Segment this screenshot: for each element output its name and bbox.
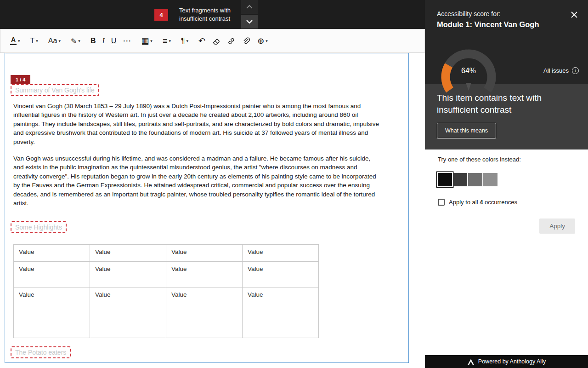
table-cell[interactable]: Value [14, 262, 90, 288]
highlight-color-icon: ✎ [71, 37, 77, 46]
table-cell[interactable]: Value [166, 245, 243, 262]
apply-button[interactable]: Apply [539, 218, 575, 234]
table-cell[interactable]: Value [90, 245, 166, 262]
apply-all-row[interactable]: Apply to all 4 occurrences [438, 199, 575, 206]
table-cell[interactable]: Value [14, 288, 90, 338]
caret-down-icon: ▾ [58, 39, 61, 43]
italic-button[interactable]: I [99, 33, 107, 49]
table-cell[interactable]: Value [166, 262, 243, 288]
color-swatch-1[interactable] [438, 173, 452, 186]
link-icon [227, 37, 236, 46]
content-table: Value Value Value Value Value Value Valu… [13, 244, 319, 338]
table-cell[interactable]: Value [243, 245, 319, 262]
issue-navigation-bar: 4 Text fragments with insufficient contr… [0, 0, 425, 29]
anthology-logo-icon [467, 358, 475, 365]
what-this-means-button[interactable]: What this means [437, 123, 496, 138]
close-panel-button[interactable] [571, 11, 578, 20]
color-swatch-4[interactable] [483, 173, 498, 186]
next-issue-button[interactable] [241, 15, 258, 29]
paragraph-button[interactable]: ¶ ▾ [178, 33, 192, 49]
text-style-icon: T [30, 37, 35, 45]
table-row: Value Value Value Value [14, 288, 319, 338]
close-icon [571, 11, 578, 18]
color-swatch-3[interactable] [468, 173, 482, 186]
italic-icon: I [102, 37, 104, 45]
bold-icon: B [90, 37, 96, 45]
body-paragraph-1[interactable]: Vincent van Gogh (30 March 1853 – 29 Jul… [13, 102, 381, 146]
accessibility-score-gauge: 64% [434, 44, 503, 97]
undo-button[interactable]: ↶ [195, 33, 209, 49]
score-value: 64% [434, 67, 503, 75]
more-options-icon: ⋯ [123, 36, 131, 46]
footer-label: Powered by Anthology Ally [478, 358, 546, 365]
clear-formatting-button[interactable] [209, 33, 224, 49]
score-for-label: Accessibility score for: [437, 10, 500, 17]
eraser-icon [212, 37, 220, 46]
chevron-down-icon [246, 19, 253, 24]
color-swatch-2[interactable] [453, 173, 467, 186]
text-color-icon: A [10, 37, 17, 45]
add-content-button[interactable]: ⊕ ▾ [254, 33, 271, 49]
table-row: Value Value Value Value [14, 262, 319, 288]
font-size-button[interactable]: Aa ▾ [45, 33, 64, 49]
table-row: Value Value Value Value [14, 245, 319, 262]
table-cell[interactable]: Value [166, 288, 243, 338]
ally-accessibility-panel: Accessibility score for: Module 1: Vince… [425, 0, 588, 368]
caret-down-icon: ▾ [36, 39, 38, 43]
table-icon: ▦ [141, 36, 149, 46]
issue-type-label: Text fragments with insufficient contras… [179, 6, 239, 23]
content-editor: A ▾ T ▾ Aa ▾ ✎ ▾ B I [0, 29, 425, 368]
highlight-color-button[interactable]: ✎ ▾ [68, 33, 84, 49]
info-icon[interactable]: i [572, 67, 579, 74]
ally-contrast-screen: 4 Text fragments with insufficient contr… [0, 0, 588, 368]
more-options-button[interactable]: ⋯ [119, 33, 134, 49]
all-issues-link[interactable]: All issues i [543, 67, 579, 74]
align-button[interactable]: ≡ ▾ [159, 33, 174, 49]
panel-title: Module 1: Vincent Van Gogh [437, 20, 539, 29]
editor-content-area[interactable]: 1 / 4 Summary of Van Gogh's life Vincent… [5, 53, 409, 363]
table-button[interactable]: ▦ ▾ [138, 33, 156, 49]
paragraph-icon: ¶ [181, 37, 185, 45]
attachment-button[interactable] [239, 33, 254, 49]
bold-button[interactable]: B [87, 33, 99, 49]
text-style-button[interactable]: T ▾ [27, 33, 41, 49]
table-cell[interactable]: Value [243, 288, 319, 338]
table-cell[interactable]: Value [14, 245, 90, 262]
chevron-up-icon [246, 5, 253, 9]
issue-position-badge: 1 / 4 [11, 75, 30, 84]
undo-icon: ↶ [198, 36, 205, 46]
color-swatch-row [438, 173, 575, 186]
flagged-heading-potato-eaters[interactable]: The Potato eaters [11, 346, 71, 358]
table-cell[interactable]: Value [90, 262, 166, 288]
text-color-button[interactable]: A ▾ [7, 33, 23, 49]
gauge-needle [466, 83, 471, 91]
underline-icon: U [111, 37, 117, 45]
table-cell[interactable]: Value [90, 288, 166, 338]
remediation-section: Try one of these colors instead: Apply t… [425, 150, 588, 355]
caret-down-icon: ▾ [78, 39, 80, 43]
font-size-icon: Aa [48, 37, 57, 45]
issue-nav-buttons [241, 0, 258, 29]
flagged-heading-summary[interactable]: Summary of Van Gogh's life [11, 84, 99, 96]
ally-footer: Powered by Anthology Ally [425, 355, 588, 368]
align-icon: ≡ [163, 36, 168, 46]
editor-toolbar: A ▾ T ▾ Aa ▾ ✎ ▾ B I [0, 29, 425, 53]
flagged-heading-highlights[interactable]: Some Highlights [11, 221, 67, 233]
all-issues-label: All issues [543, 67, 569, 74]
add-content-icon: ⊕ [257, 36, 264, 46]
caret-down-icon: ▾ [187, 39, 189, 43]
issue-count-badge: 4 [154, 9, 168, 21]
caret-down-icon: ▾ [266, 39, 268, 43]
apply-all-label: Apply to all 4 occurrences [449, 199, 517, 206]
caret-down-icon: ▾ [150, 39, 153, 43]
caret-down-icon: ▾ [169, 39, 171, 43]
previous-issue-button[interactable] [241, 0, 258, 14]
apply-all-checkbox[interactable] [438, 199, 445, 206]
caret-down-icon: ▾ [18, 39, 20, 43]
colors-prompt: Try one of these colors instead: [438, 156, 575, 163]
paperclip-icon [242, 37, 251, 46]
link-button[interactable] [224, 33, 239, 49]
body-paragraph-2[interactable]: Van Gogh was unsuccessful during his lif… [13, 154, 381, 207]
table-cell[interactable]: Value [243, 262, 319, 288]
underline-button[interactable]: U [108, 33, 120, 49]
